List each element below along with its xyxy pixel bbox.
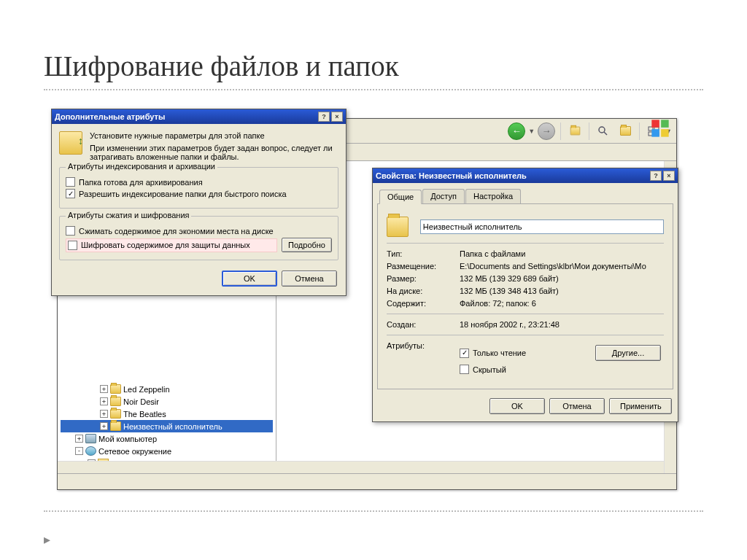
tree-expand-icon[interactable]: - bbox=[75, 447, 83, 455]
ok-button[interactable]: OK bbox=[222, 271, 277, 287]
folder-icon bbox=[110, 397, 121, 406]
ondisk-value: 132 МБ (139 348 413 байт) bbox=[460, 287, 664, 295]
properties-titlebar[interactable]: Свойства: Неизвестный исполнитель ? × bbox=[373, 168, 678, 183]
tree-expand-icon[interactable]: + bbox=[100, 397, 108, 405]
horizontal-scrollbar[interactable] bbox=[58, 461, 664, 473]
svg-rect-1 bbox=[661, 120, 669, 128]
tree-label: Сетевое окружение bbox=[98, 447, 171, 456]
tree-item[interactable]: -Сетевое окружение bbox=[61, 445, 273, 457]
index-archive-legend: Атрибуты индексирования и архивации bbox=[66, 162, 217, 171]
cancel-button[interactable]: Отмена bbox=[282, 271, 337, 287]
hidden-checkbox[interactable] bbox=[460, 365, 469, 374]
folder-icon bbox=[110, 409, 121, 419]
attributes-dialog: Дополнительные атрибуты ? × Установите н… bbox=[51, 109, 347, 296]
properties-body: Тип:Папка с файлами Размещение:E:\Docume… bbox=[377, 204, 673, 389]
svg-point-4 bbox=[599, 127, 605, 133]
details-button[interactable]: Подробно bbox=[282, 238, 332, 252]
tree-item[interactable]: +Мой компьютер bbox=[61, 432, 273, 445]
tab-access[interactable]: Доступ bbox=[422, 189, 465, 203]
nav-back-button[interactable]: ← bbox=[506, 122, 527, 141]
nav-forward-button[interactable]: → bbox=[536, 122, 557, 141]
encrypt-label: Шифровать содержимое для защиты данных bbox=[81, 241, 250, 249]
location-label: Размещение: bbox=[387, 262, 460, 271]
svg-rect-0 bbox=[651, 120, 659, 128]
attributes-title: Дополнительные атрибуты bbox=[55, 112, 317, 121]
compress-checkbox[interactable] bbox=[66, 226, 75, 236]
close-button[interactable]: × bbox=[663, 171, 675, 181]
type-value: Папка с файлами bbox=[460, 249, 664, 258]
tab-general[interactable]: Общие bbox=[379, 190, 422, 204]
index-label: Разрешить индексирование папки для быстр… bbox=[79, 190, 287, 198]
svg-line-5 bbox=[604, 132, 607, 135]
intro-text-2: При изменении этих параметров будет зада… bbox=[90, 144, 338, 161]
nav-back-dropdown[interactable]: ▼ bbox=[528, 128, 535, 135]
cancel-button[interactable]: Отмена bbox=[549, 398, 605, 414]
tree-expand-icon[interactable]: + bbox=[100, 410, 108, 418]
size-label: Размер: bbox=[387, 274, 460, 283]
svg-rect-2 bbox=[651, 129, 659, 137]
tree-item[interactable]: +Неизвестный исполнитель bbox=[61, 420, 273, 432]
folders-button[interactable] bbox=[615, 122, 635, 141]
hidden-label: Скрытый bbox=[473, 365, 506, 374]
created-label: Создан: bbox=[387, 320, 460, 329]
other-button-highlight: Другие... bbox=[592, 343, 664, 362]
other-attributes-button[interactable]: Другие... bbox=[595, 345, 661, 361]
ok-button[interactable]: OK bbox=[489, 398, 545, 414]
archive-label: Папка готова для архивирования bbox=[79, 178, 203, 187]
compress-encrypt-legend: Атрибуты сжатия и шифрования bbox=[66, 211, 191, 219]
tree-label: Неизвестный исполнитель bbox=[123, 422, 222, 431]
apply-button[interactable]: Применить bbox=[609, 398, 672, 414]
intro-text-1: Установите нужные параметры для этой пап… bbox=[90, 131, 338, 140]
index-checkbox[interactable] bbox=[66, 189, 75, 198]
folder-icon bbox=[387, 217, 409, 237]
tree-expand-icon[interactable]: + bbox=[75, 435, 83, 443]
tree-item[interactable]: +The Beatles bbox=[61, 408, 273, 420]
attributes-titlebar[interactable]: Дополнительные атрибуты ? × bbox=[52, 109, 346, 124]
created-value: 18 ноября 2002 г., 23:21:48 bbox=[460, 320, 664, 329]
windows-flag-icon bbox=[650, 118, 670, 139]
encrypt-highlight: Шифровать содержимое для защиты данных bbox=[66, 238, 277, 252]
tree-label: Мой компьютер bbox=[98, 435, 157, 443]
tree-item[interactable]: +Noir Desir bbox=[61, 395, 273, 408]
svg-rect-3 bbox=[661, 129, 669, 137]
folder-icon bbox=[110, 421, 121, 431]
computer-icon bbox=[85, 434, 96, 443]
index-archive-fieldset: Атрибуты индексирования и архивации Папк… bbox=[59, 167, 338, 209]
ondisk-label: На диске: bbox=[387, 287, 460, 295]
compress-encrypt-fieldset: Атрибуты сжатия и шифрования Сжимать сод… bbox=[59, 216, 338, 260]
tree-expand-icon[interactable]: + bbox=[100, 385, 108, 393]
location-value: E:\Documents and Settings\klbr\Мои докум… bbox=[460, 262, 664, 271]
slide-marker-icon: ▸ bbox=[44, 532, 50, 548]
attributes-label: Атрибуты: bbox=[387, 341, 460, 350]
folder-settings-icon bbox=[59, 131, 82, 155]
statusbar bbox=[58, 473, 676, 489]
folder-name-input[interactable] bbox=[420, 219, 664, 234]
tree-item[interactable]: +Led Zeppelin bbox=[61, 383, 273, 395]
tree-label: The Beatles bbox=[123, 410, 166, 419]
help-button[interactable]: ? bbox=[318, 112, 330, 122]
help-button[interactable]: ? bbox=[650, 171, 662, 181]
archive-checkbox[interactable] bbox=[66, 177, 75, 187]
close-button[interactable]: × bbox=[331, 112, 343, 122]
properties-tabs: Общие Доступ Настройка bbox=[377, 189, 673, 204]
tree-label: Led Zeppelin bbox=[123, 385, 170, 394]
tree-label: Noir Desir bbox=[123, 397, 159, 406]
properties-dialog: Свойства: Неизвестный исполнитель ? × Об… bbox=[372, 168, 678, 422]
encrypt-checkbox[interactable] bbox=[68, 241, 77, 250]
network-icon bbox=[85, 446, 96, 456]
size-value: 132 МБ (139 329 689 байт) bbox=[460, 274, 664, 283]
readonly-label: Только чтение bbox=[473, 349, 526, 357]
readonly-checkbox[interactable] bbox=[460, 349, 469, 358]
compress-label: Сжимать содержимое для экономии места на… bbox=[79, 227, 274, 236]
contains-value: Файлов: 72; папок: 6 bbox=[460, 299, 664, 308]
contains-label: Содержит: bbox=[387, 299, 460, 308]
up-folder-button[interactable] bbox=[565, 122, 585, 141]
divider-bottom bbox=[44, 510, 703, 512]
properties-title: Свойства: Неизвестный исполнитель bbox=[376, 171, 649, 180]
type-label: Тип: bbox=[387, 249, 460, 258]
folder-icon bbox=[110, 384, 121, 394]
tree-expand-icon[interactable]: + bbox=[100, 422, 108, 430]
search-button[interactable] bbox=[593, 122, 614, 141]
slide-title: Шифрование файлов и папок bbox=[44, 50, 399, 82]
tab-settings[interactable]: Настройка bbox=[465, 189, 521, 203]
